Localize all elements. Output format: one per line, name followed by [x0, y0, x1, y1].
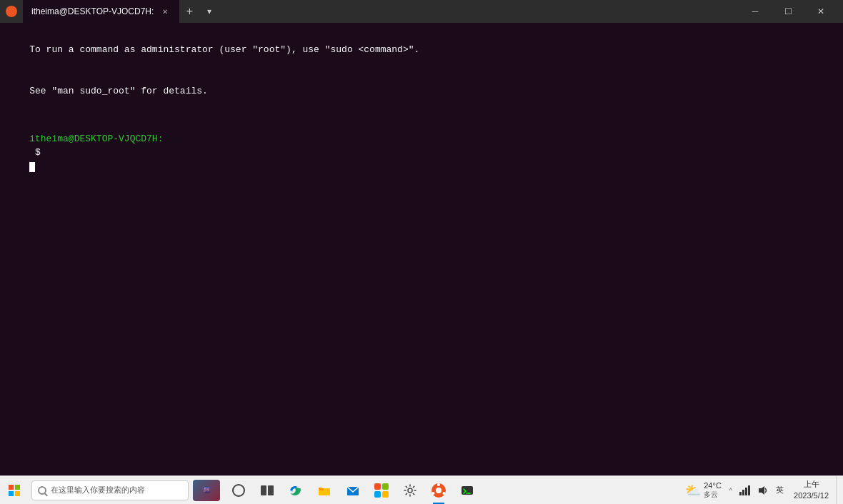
terminal-line-2: See "man sudo_root" for details. — [7, 71, 836, 113]
svg-rect-6 — [374, 491, 381, 498]
svg-rect-19 — [748, 485, 750, 495]
maximize-button[interactable]: ☐ — [772, 0, 804, 23]
taskbar: 在这里输入你要搜索的内容 🌆 — [0, 475, 843, 504]
close-button[interactable]: ✕ — [804, 0, 837, 23]
store-button[interactable] — [367, 476, 396, 505]
svg-rect-5 — [382, 483, 389, 490]
settings-button[interactable] — [396, 476, 424, 505]
explorer-icon — [317, 483, 331, 498]
tab-close-button[interactable]: ✕ — [159, 6, 171, 17]
news-widget-inner: 🌆 — [193, 480, 220, 501]
network-icon — [739, 485, 750, 496]
start-button[interactable] — [0, 476, 29, 505]
task-view-button[interactable] — [253, 476, 281, 505]
logo-sq-3 — [9, 491, 14, 496]
logo-sq-2 — [15, 485, 20, 490]
clock-time: 上午 — [804, 479, 819, 490]
svg-marker-20 — [759, 486, 764, 495]
terminal-taskbar-icon — [460, 483, 474, 498]
explorer-button[interactable] — [310, 476, 339, 505]
taskbar-apps — [224, 476, 482, 504]
terminal-text-2: See "man sudo_root" for details. — [29, 86, 208, 96]
svg-rect-7 — [382, 491, 389, 498]
terminal-line-1: To run a command as administrator (user … — [7, 29, 836, 71]
tv-rect-2 — [268, 485, 274, 495]
volume-icon — [757, 485, 769, 496]
window-controls: ─ ☐ ✕ — [739, 0, 837, 23]
weather-icon: ⛅ — [685, 483, 701, 498]
svg-point-8 — [408, 488, 412, 493]
weather-info: 24°C 多云 — [704, 481, 722, 500]
system-tray: ⛅ 24°C 多云 ^ — [681, 476, 843, 504]
tv-rect-1 — [261, 485, 266, 495]
mail-button[interactable] — [339, 476, 367, 505]
lang-label: 英 — [776, 485, 784, 495]
prompt-symbol: $ — [29, 147, 41, 158]
edge-button[interactable] — [281, 476, 310, 505]
weather-widget[interactable]: ⛅ 24°C 多云 — [681, 476, 726, 505]
mail-icon — [346, 483, 360, 498]
logo-sq-1 — [9, 485, 14, 490]
svg-rect-18 — [745, 488, 747, 495]
clock-date: 2023/5/12 — [794, 490, 829, 501]
ime-tray-item[interactable]: 英 — [773, 476, 787, 505]
active-tab[interactable]: itheima@DESKTOP-VJOCD7H: ✕ — [23, 0, 179, 23]
settings-icon — [403, 483, 417, 498]
terminal-taskbar-button[interactable] — [453, 476, 482, 505]
weather-temp: 24°C — [704, 481, 722, 490]
svg-rect-2 — [319, 488, 322, 489]
volume-tray-item[interactable] — [754, 476, 772, 505]
app-icon — [6, 6, 17, 17]
new-tab-button[interactable]: + — [179, 1, 199, 21]
terminal-cursor — [29, 162, 35, 172]
svg-point-11 — [437, 483, 440, 486]
svg-point-10 — [436, 488, 442, 493]
search-bar[interactable]: 在这里输入你要搜索的内容 — [31, 480, 189, 500]
terminal-body[interactable]: To run a command as administrator (user … — [0, 23, 843, 475]
store-icon — [374, 483, 389, 498]
news-widget[interactable]: 🌆 — [189, 476, 224, 505]
show-desktop-button[interactable] — [836, 476, 840, 505]
tab-area: itheima@DESKTOP-VJOCD7H: ✕ + ▾ — [23, 0, 739, 23]
svg-point-13 — [432, 492, 435, 495]
svg-rect-17 — [742, 490, 744, 495]
clock[interactable]: 上午 2023/5/12 — [788, 476, 834, 505]
logo-sq-4 — [15, 491, 20, 496]
cortana-button[interactable] — [224, 476, 253, 505]
svg-rect-4 — [374, 483, 381, 490]
ubuntu-button[interactable] — [424, 476, 453, 505]
svg-rect-16 — [739, 492, 742, 495]
minimize-button[interactable]: ─ — [739, 0, 772, 23]
tab-dropdown-button[interactable]: ▾ — [199, 1, 219, 21]
ubuntu-icon — [431, 483, 447, 498]
prompt-user: itheima@DESKTOP-VJQCD7H: — [29, 133, 163, 144]
windows-logo-icon — [9, 485, 20, 496]
edge-icon — [289, 483, 303, 498]
chevron-icon: ^ — [729, 487, 732, 494]
task-view-icon — [261, 485, 274, 495]
search-icon — [38, 486, 46, 495]
tray-overflow-button[interactable]: ^ — [727, 476, 734, 505]
tab-label: itheima@DESKTOP-VJOCD7H: — [31, 6, 154, 16]
network-tray-item[interactable] — [736, 476, 753, 505]
weather-desc: 多云 — [704, 490, 722, 500]
search-placeholder: 在这里输入你要搜索的内容 — [51, 485, 145, 495]
cortana-icon — [232, 484, 245, 497]
terminal-prompt-line: itheima@DESKTOP-VJQCD7H: $ — [7, 118, 836, 188]
titlebar: itheima@DESKTOP-VJOCD7H: ✕ + ▾ ─ ☐ ✕ — [0, 0, 843, 23]
terminal-text-1: To run a command as administrator (user … — [29, 44, 419, 55]
svg-point-12 — [443, 492, 446, 495]
